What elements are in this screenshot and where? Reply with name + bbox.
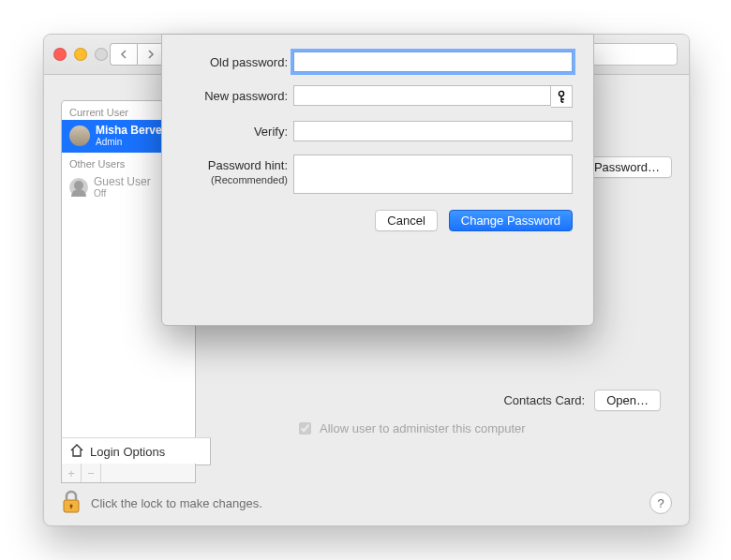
user-name: Misha Berve: [96, 124, 162, 137]
svg-point-17: [559, 91, 563, 96]
change-password-submit[interactable]: Change Password: [449, 210, 573, 231]
lock-icon[interactable]: [61, 490, 82, 517]
guest-status: Off: [94, 188, 151, 199]
contacts-row: Contacts Card: Open…: [503, 390, 661, 411]
hint-label: Password hint: (Recommended): [183, 155, 293, 186]
key-icon: [557, 90, 566, 103]
old-password-input[interactable]: [293, 52, 573, 72]
change-password-sheet: Old password: New password: Verify: Pass…: [161, 34, 594, 326]
guest-name: Guest User: [94, 175, 151, 188]
login-options-row[interactable]: Login Options: [61, 437, 211, 465]
avatar: [69, 125, 90, 146]
login-options-label: Login Options: [90, 445, 165, 459]
help-button[interactable]: ?: [649, 492, 672, 514]
add-user-button[interactable]: +: [62, 464, 82, 482]
allow-admin-label: Allow user to administer this computer: [320, 421, 526, 435]
cancel-button[interactable]: Cancel: [375, 210, 437, 231]
user-role: Admin: [96, 137, 162, 147]
password-hint-input[interactable]: [293, 155, 573, 194]
lock-text: Click the lock to make changes.: [91, 496, 262, 510]
allow-admin-row: Allow user to administer this computer: [295, 420, 672, 437]
guest-avatar-icon: [69, 178, 88, 197]
open-contacts-button[interactable]: Open…: [594, 390, 661, 411]
new-password-label: New password:: [183, 85, 293, 103]
verify-label: Verify:: [183, 121, 293, 139]
remove-user-button[interactable]: −: [82, 464, 101, 482]
new-password-input[interactable]: [293, 85, 551, 106]
verify-password-input[interactable]: [293, 121, 573, 141]
footer: Click the lock to make changes.: [44, 480, 689, 525]
change-password-button[interactable]: Password…: [582, 156, 672, 178]
old-password-label: Old password:: [183, 52, 293, 69]
svg-rect-16: [70, 506, 71, 508]
allow-admin-checkbox[interactable]: [299, 422, 311, 435]
contacts-label: Contacts Card:: [503, 393, 585, 407]
password-assistant-button[interactable]: [551, 85, 573, 108]
home-icon: [69, 443, 84, 461]
